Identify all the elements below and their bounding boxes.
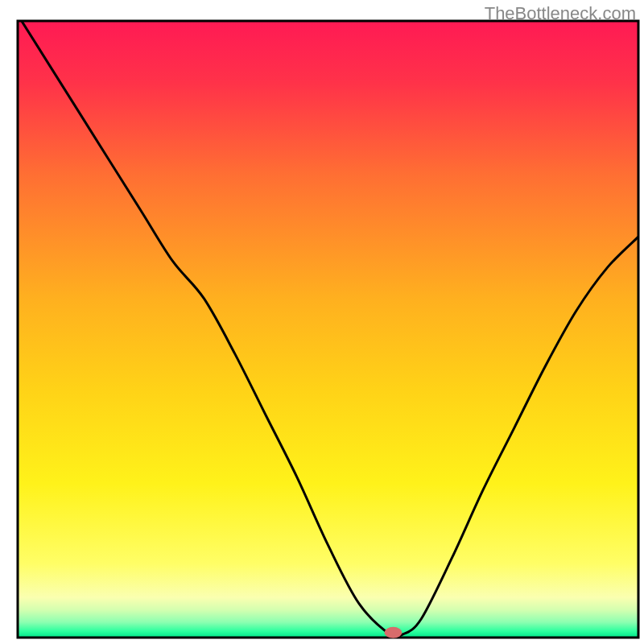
attribution-watermark: TheBottleneck.com [485, 3, 636, 24]
optimal-point-marker [384, 627, 402, 638]
chart-svg [0, 0, 644, 644]
bottleneck-chart: TheBottleneck.com [0, 0, 644, 644]
